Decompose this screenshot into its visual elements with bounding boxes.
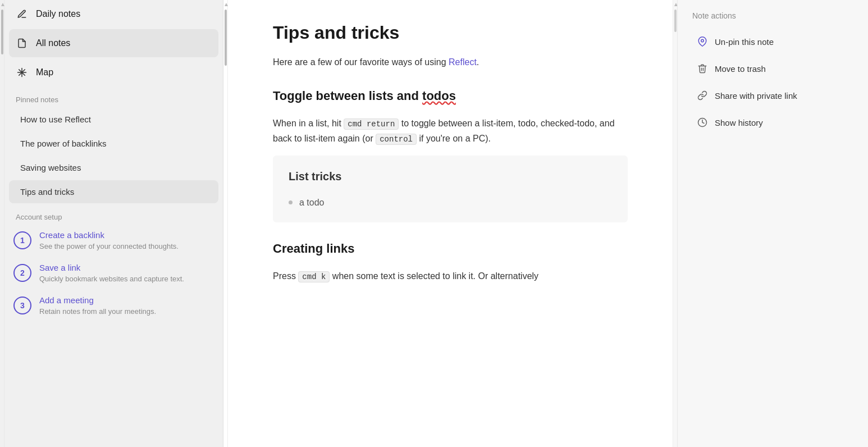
step-desc-1: See the power of your connected thoughts…: [39, 241, 179, 252]
note-title: Tips and tricks: [273, 22, 628, 43]
file-icon: [16, 37, 28, 49]
section2-body: Press cmd k when some text is selected t…: [273, 268, 628, 284]
sidebar: Daily notes All notes Map Pinned notes H…: [4, 0, 223, 447]
sidebar-item-map[interactable]: Map: [4, 58, 223, 86]
step-number-3: 3: [13, 297, 31, 314]
link-icon: [697, 90, 708, 101]
action-share[interactable]: Share with private link: [691, 83, 855, 108]
note-body: Here are a few of our favorite ways of u…: [273, 54, 628, 284]
history-label: Show history: [715, 118, 763, 127]
share-label: Share with private link: [715, 91, 797, 101]
svg-point-4: [701, 39, 704, 42]
setup-step-3[interactable]: 3 Add a meeting Retain notes from all yo…: [4, 290, 223, 322]
step-number-1: 1: [13, 231, 31, 249]
setup-step-2[interactable]: 2 Save a link Quickly bookmark websites …: [4, 257, 223, 290]
action-trash[interactable]: Move to trash: [691, 56, 855, 81]
step-title-3: Add a meeting: [39, 295, 156, 305]
step-title-1: Create a backlink: [39, 230, 179, 240]
sidebar-item-daily-notes[interactable]: Daily notes: [4, 0, 223, 28]
unpin-label: Un-pin this note: [715, 37, 774, 47]
clock-icon: [697, 117, 708, 128]
sidebar-item-label: All notes: [36, 38, 70, 48]
sidebar-item-label: Map: [36, 67, 53, 77]
step-title-2: Save a link: [39, 263, 184, 272]
intro-paragraph: Here are a few of our favorite ways of u…: [273, 54, 628, 70]
pin-icon: [697, 36, 708, 47]
trash-label: Move to trash: [715, 64, 766, 74]
control-code: control: [376, 134, 417, 145]
cmd-return-code: cmd return: [344, 118, 399, 130]
setup-step-1[interactable]: 1 Create a backlink See the power of you…: [4, 225, 223, 257]
sidebar-note-saving-websites[interactable]: Saving websites: [9, 156, 218, 179]
sidebar-note-how-to-use[interactable]: How to use Reflect: [9, 108, 218, 131]
step-desc-2: Quickly bookmark websites and capture te…: [39, 274, 184, 284]
sidebar-note-tips-tricks[interactable]: Tips and tricks: [9, 180, 218, 203]
step-content-3: Add a meeting Retain notes from all your…: [39, 295, 156, 317]
asterisk-icon: [16, 66, 28, 79]
list-tricks-box: List tricks a todo: [273, 156, 628, 222]
pen-icon: [16, 8, 28, 20]
sidebar-note-power-backlinks[interactable]: The power of backlinks: [9, 132, 218, 155]
bullet-list: a todo: [289, 194, 612, 211]
right-panel: Note actions Un-pin this note Move to tr…: [677, 0, 868, 447]
action-unpin[interactable]: Un-pin this note: [691, 29, 855, 54]
list-item: a todo: [289, 194, 612, 211]
step-content-2: Save a link Quickly bookmark websites an…: [39, 263, 184, 284]
bullet-dot: [289, 200, 293, 204]
trash-icon: [697, 63, 708, 74]
action-history[interactable]: Show history: [691, 110, 855, 135]
sidebar-item-label: Daily notes: [36, 9, 80, 19]
sidebar-item-all-notes[interactable]: All notes: [9, 29, 218, 57]
reflect-link[interactable]: Reflect: [449, 57, 477, 67]
step-number-2: 2: [13, 264, 31, 282]
section1-body: When in a list, hit cmd return to toggle…: [273, 116, 628, 147]
step-desc-3: Retain notes from all your meetings.: [39, 307, 156, 317]
pinned-notes-label: Pinned notes: [4, 86, 223, 107]
account-setup-label: Account setup: [4, 204, 223, 225]
section2-title: Creating links: [273, 238, 628, 259]
note-actions-title: Note actions: [691, 11, 855, 20]
main-content: Tips and tricks Here are a few of our fa…: [228, 0, 673, 447]
step-content-1: Create a backlink See the power of your …: [39, 230, 179, 252]
cmd-k-code: cmd k: [298, 271, 330, 282]
block-title: List tricks: [289, 167, 612, 186]
section1-title: Toggle between lists and todos: [273, 85, 628, 106]
